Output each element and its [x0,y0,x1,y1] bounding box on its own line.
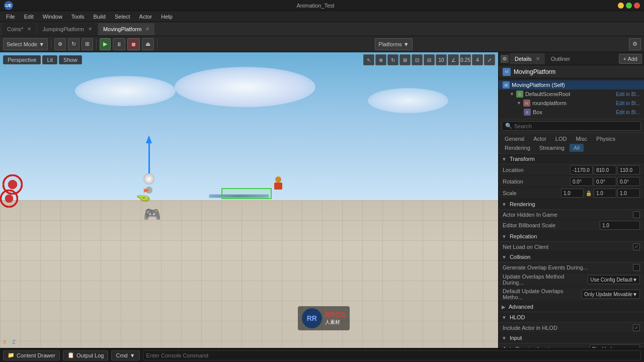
perspective-button[interactable]: Perspective [3,55,41,64]
tab-movingplatform-close[interactable]: ✕ [145,26,149,32]
location-x[interactable]: -1170.0 [570,165,593,174]
menu-edit[interactable]: Edit [20,13,38,21]
section-transform[interactable]: ▼ Transform [499,154,644,164]
select-mode-button[interactable]: Select Mode ▼ [3,38,48,50]
tab-jumpingplatform[interactable]: JumpingPlatform ✕ [37,23,97,35]
section-hlod[interactable]: ▼ HLOD [499,312,644,323]
menu-select[interactable]: Select [111,13,134,21]
stop-button[interactable]: ⏹ [127,38,140,50]
camera-speed-btn[interactable]: 4 [472,54,483,65]
settings-button[interactable]: ⚙ [629,38,641,50]
edit-link-1[interactable]: Edit in Bl... [616,92,640,97]
menu-actor[interactable]: Actor [135,13,156,21]
update-overlaps-select[interactable]: Use Config Default ▼ [588,275,640,284]
rotation-x[interactable]: 0.0° [570,177,593,186]
location-values: -1170.0 810.0 110.0 [570,165,640,174]
menu-build[interactable]: Build [90,13,110,21]
transform-button[interactable]: ⊕ [54,38,66,50]
comp-defaultsceneroot[interactable]: ▼ S DefaultSceneRoot Edit in Bl... [499,89,644,99]
viewport[interactable]: 🎮 ⛳ Perspective Lit Show ↖ ⊕ ↻ ⊞ [0,52,498,348]
cat-all[interactable]: All [570,144,584,152]
generate-overlap-checkbox[interactable] [633,264,640,271]
search-input[interactable] [514,123,637,129]
tab-details[interactable]: Details ✕ [510,53,545,64]
tab-outliner[interactable]: Outliner [546,53,576,64]
billboard-scale-label: Editor Billboard Scale [503,222,600,228]
comp-roundplatform[interactable]: ▼ M roundplatform Edit in Bl... [499,99,644,108]
rotation-z[interactable]: 0.0° [617,177,640,186]
cat-actor[interactable]: Actor [529,135,550,143]
section-input[interactable]: ▼ Input [499,333,644,343]
rotate-gizmo-btn[interactable]: ↻ [387,54,398,65]
rotate-button[interactable]: ↻ [68,38,79,50]
tab-coins[interactable]: Coins* ✕ [2,23,36,35]
eject-button[interactable]: ⏏ [142,38,154,50]
content-drawer-button[interactable]: 📁 Content Drawer [3,350,60,360]
comp-box[interactable]: B Box Edit in Bl... [499,108,644,117]
menu-help[interactable]: Help [157,13,177,21]
pause-button[interactable]: ⏸ [113,38,125,50]
grid-toggle-btn[interactable]: ⊟ [424,54,435,65]
cat-rendering[interactable]: Rendering [501,144,534,152]
maximize-button[interactable] [626,3,632,9]
actor-hidden-checkbox[interactable] [633,211,640,218]
scale-y[interactable]: 1.0 [594,189,616,198]
show-button[interactable]: Show [59,55,82,64]
billboard-scale-input[interactable]: 1.0 [600,221,640,230]
tab-movingplatform[interactable]: MovingPlatform ✕ [98,23,154,35]
net-load-checkbox[interactable]: ✓ [633,243,640,250]
cmd-button[interactable]: Cmd ▼ [111,350,139,360]
translate-gizmo-btn[interactable]: ⊕ [375,54,386,65]
close-button[interactable] [634,3,640,9]
cat-streaming[interactable]: Streaming [535,144,569,152]
scale-x[interactable]: 1.0 [561,189,584,198]
prop-generate-overlap: Generate Overlap Events During... [499,262,644,273]
default-overlaps-select[interactable]: Only Update Movable ▼ [582,290,640,299]
menu-file[interactable]: File [2,13,19,21]
menu-window[interactable]: Window [39,13,66,21]
tab-jumpingplatform-close[interactable]: ✕ [88,26,92,32]
scale-lock-icon[interactable]: 🔒 [586,191,592,196]
rotation-y[interactable]: 0.0° [594,177,616,186]
play-button[interactable]: ▶ [100,38,111,50]
lit-button[interactable]: Lit [42,55,57,64]
console-command-input[interactable] [143,350,641,360]
cat-general[interactable]: General [501,135,528,143]
scale-button[interactable]: ⊞ [82,38,93,50]
panel-icon[interactable]: ⚙ [501,55,509,63]
snap-angle-btn[interactable]: ∠ [448,54,459,65]
section-replication[interactable]: ▼ Replication [499,231,644,242]
output-log-button[interactable]: 📋 Output Log [63,350,108,360]
comp-mesh-icon: M [523,100,530,107]
edit-link-3[interactable]: Edit in Bl... [616,110,640,115]
tab-coins-close[interactable]: ✕ [27,26,31,32]
actor-icon: M [503,68,511,76]
comp-movingplatform-self[interactable]: M MovingPlatform (Self) [499,80,644,89]
scale-z[interactable]: 1.0 [617,189,640,198]
location-z[interactable]: 110.0 [617,165,640,174]
add-button[interactable]: + Add [619,54,642,64]
include-hlod-checkbox[interactable]: ✓ [633,324,640,331]
auto-receive-label: Auto Receive Input [503,346,590,348]
tab-details-close[interactable]: ✕ [536,56,540,61]
section-rendering[interactable]: ▼ Rendering [499,199,644,210]
platforms-dropdown[interactable]: Platforms ▼ [375,38,412,50]
select-gizmo-btn[interactable]: ↖ [363,54,374,65]
scale-gizmo-btn[interactable]: ⊞ [399,54,411,65]
edit-link-2[interactable]: Edit in Bl... [616,101,640,106]
maximize-viewport-btn[interactable]: ⤢ [484,54,495,65]
menu-tools[interactable]: Tools [67,13,89,21]
scale-values: 1.0 🔒 1.0 1.0 [561,189,640,198]
section-collision[interactable]: ▼ Collision [499,252,644,262]
cat-lod[interactable]: LOD [551,135,571,143]
grid-size-btn[interactable]: 10 [436,54,447,65]
title-bar: UE Animation_Test [0,0,644,11]
location-y[interactable]: 810.0 [594,165,616,174]
world-gizmo-btn[interactable]: ⊡ [412,54,423,65]
cat-misc[interactable]: Misc [572,135,591,143]
section-advanced[interactable]: ▶ Advanced [499,302,644,312]
cat-physics[interactable]: Physics [592,135,619,143]
auto-receive-select[interactable]: Disabled ▼ [590,344,640,348]
snap-scale-btn[interactable]: 0.25 [460,54,471,65]
minimize-button[interactable] [618,3,624,9]
